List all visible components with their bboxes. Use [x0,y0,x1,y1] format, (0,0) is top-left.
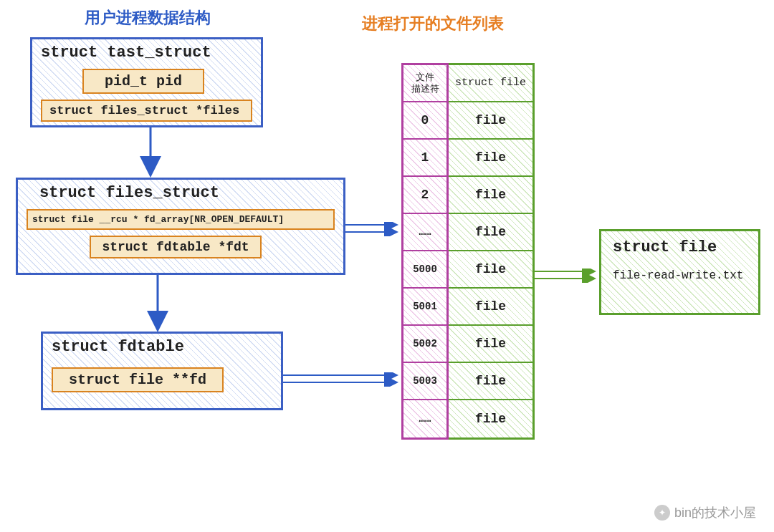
file-cell: file [449,102,532,140]
file-header: struct file [449,65,532,102]
arrow-fdarray-to-table [345,222,401,236]
arrow-task-to-files [140,127,161,178]
watermark-text: bin的技术小屋 [674,504,756,521]
box-task-struct: struct tast_struct pid_t pid struct file… [30,37,263,127]
file-table: 文件 描述符 0 1 2 …… 5000 5001 5002 5003 …… s… [401,63,535,440]
fd-cell: 5002 [403,326,446,363]
field-fd-ptr: struct file **fd [52,367,224,392]
file-cell: file [449,214,532,251]
fd-cell: 2 [403,177,446,214]
fd-column: 文件 描述符 0 1 2 …… 5000 5001 5002 5003 …… [401,63,449,440]
box-fdtable: struct fdtable struct file **fd [41,332,283,410]
struct-file-label: struct file [613,238,747,256]
field-files-ptr: struct files_struct *files [41,100,252,122]
wechat-icon: ✦ [654,505,670,521]
file-name-text: file-read-write.txt [613,269,747,282]
fd-cell: 5003 [403,363,446,400]
field-fdt-ptr: struct fdtable *fdt [90,236,262,258]
fd-cell: …… [403,214,446,251]
file-cell: file [449,363,532,400]
fd-cell: 5001 [403,289,446,326]
field-pid: pid_t pid [82,69,204,94]
arrow-fd-to-table [283,372,401,387]
file-cell: file [449,289,532,326]
file-cell: file [449,177,532,214]
file-cell: file [449,140,532,177]
fd-header: 文件 描述符 [403,65,446,102]
fd-cell: 1 [403,140,446,177]
files-struct-label: struct files_struct [18,180,343,203]
file-cell: file [449,400,532,437]
file-cell: file [449,251,532,289]
fdtable-label: struct fdtable [43,334,281,357]
watermark: ✦ bin的技术小屋 [654,504,756,521]
fd-cell: 0 [403,102,446,140]
box-files-struct: struct files_struct struct file __rcu * … [16,178,345,275]
file-cell: file [449,326,532,363]
arrow-row-to-file [535,269,599,283]
arrow-files-to-fdtable [147,275,168,332]
fd-cell: …… [403,400,446,437]
title-user-process: 用户进程数据结构 [85,7,211,29]
field-fd-array: struct file __rcu * fd_array[NR_OPEN_DEF… [27,209,335,230]
title-open-file-list: 进程打开的文件列表 [362,13,504,34]
box-struct-file: struct file file-read-write.txt [599,229,760,315]
fd-cell: 5000 [403,251,446,289]
task-struct-label: struct tast_struct [32,39,261,63]
file-column: struct file file file file file file fil… [449,63,535,440]
